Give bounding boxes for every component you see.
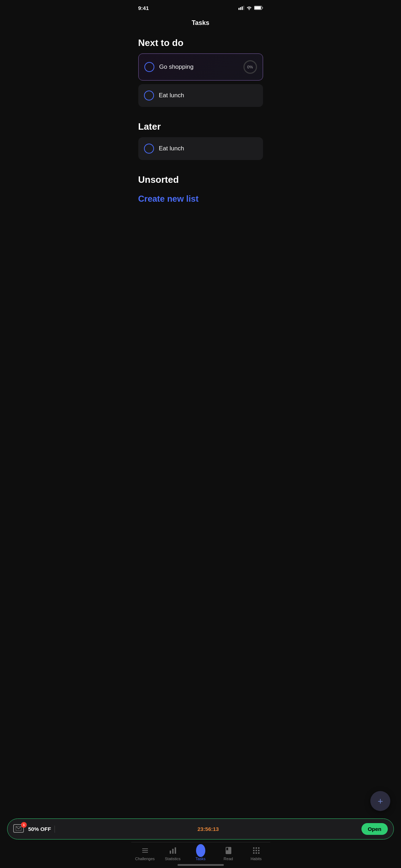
task-item[interactable]: Eat lunch bbox=[138, 137, 263, 160]
content-area: Next to do Go shopping 0% Eat lunch Late… bbox=[131, 37, 270, 207]
svg-rect-1 bbox=[240, 7, 241, 10]
task-item[interactable]: Go shopping 0% bbox=[138, 53, 263, 81]
create-new-list-button[interactable]: Create new list bbox=[138, 190, 263, 207]
status-bar: 9:41 bbox=[131, 0, 270, 16]
signal-icon bbox=[238, 6, 244, 10]
svg-rect-5 bbox=[255, 6, 261, 9]
task-item[interactable]: Eat lunch bbox=[138, 84, 263, 107]
status-time: 9:41 bbox=[138, 5, 149, 11]
section-later: Later bbox=[138, 121, 263, 132]
task-checkbox[interactable] bbox=[144, 91, 154, 100]
task-progress: 0% bbox=[243, 60, 257, 74]
task-checkbox[interactable] bbox=[144, 62, 154, 72]
svg-rect-0 bbox=[238, 8, 240, 10]
section-unsorted: Unsorted bbox=[138, 174, 263, 185]
svg-rect-3 bbox=[243, 6, 244, 10]
battery-icon bbox=[254, 6, 263, 10]
task-label: Eat lunch bbox=[159, 145, 257, 152]
page-title: Tasks bbox=[131, 16, 270, 34]
svg-rect-6 bbox=[262, 7, 263, 9]
status-icons bbox=[238, 6, 263, 10]
wifi-icon bbox=[246, 6, 252, 10]
task-label: Eat lunch bbox=[159, 92, 257, 99]
section-next-to-do: Next to do bbox=[138, 37, 263, 48]
task-checkbox[interactable] bbox=[144, 144, 154, 154]
task-label: Go shopping bbox=[159, 63, 243, 71]
svg-rect-2 bbox=[242, 6, 243, 10]
